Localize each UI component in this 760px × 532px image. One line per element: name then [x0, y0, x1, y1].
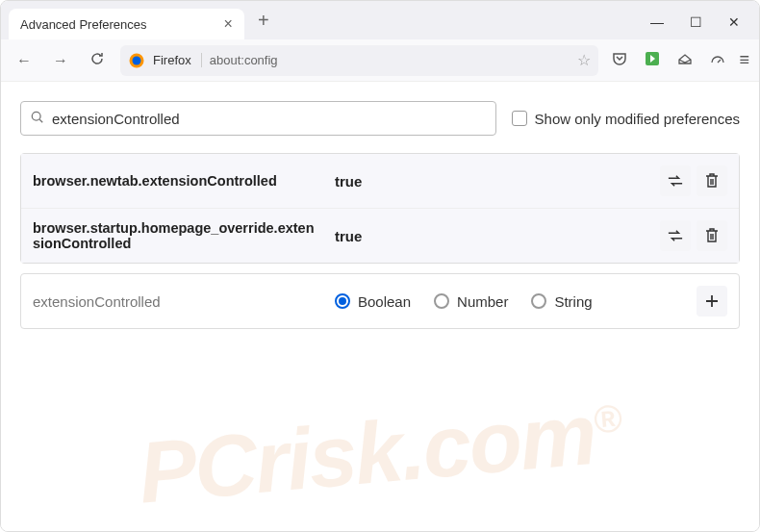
- add-button[interactable]: [697, 286, 727, 317]
- svg-point-3: [32, 112, 40, 120]
- minimize-button[interactable]: —: [647, 14, 667, 30]
- pref-name: browser.startup.homepage_override.extens…: [33, 220, 319, 251]
- pref-value: true: [335, 173, 645, 190]
- pref-value: true: [335, 228, 645, 244]
- show-modified-checkbox[interactable]: [512, 111, 527, 126]
- content-area: Show only modified preferences browser.n…: [1, 82, 759, 531]
- radio-input[interactable]: [434, 293, 449, 309]
- plus-icon: [705, 294, 719, 308]
- url-identity: Firefox: [153, 53, 202, 67]
- browser-tab[interactable]: Advanced Preferences ×: [9, 9, 244, 39]
- toolbar: ← → Firefox about:config ☆ ≡: [1, 39, 759, 82]
- radio-number[interactable]: Number: [434, 293, 508, 310]
- pref-row: browser.startup.homepage_override.extens…: [21, 209, 739, 263]
- new-pref-row: extensionControlled Boolean Number Strin…: [20, 273, 740, 329]
- svg-point-1: [133, 56, 141, 64]
- type-radio-group: Boolean Number String: [335, 293, 681, 310]
- back-button[interactable]: ←: [11, 48, 38, 73]
- new-tab-button[interactable]: +: [252, 10, 275, 32]
- show-modified-checkbox-group[interactable]: Show only modified preferences: [512, 111, 740, 127]
- extension-icon[interactable]: [641, 49, 664, 72]
- trash-icon: [705, 173, 719, 189]
- delete-button[interactable]: [697, 220, 727, 251]
- pref-row: browser.newtab.extensionControlled true: [21, 154, 739, 209]
- delete-button[interactable]: [697, 165, 727, 196]
- show-modified-label: Show only modified preferences: [535, 111, 740, 127]
- search-icon: [31, 111, 44, 127]
- window: Advanced Preferences × + — ☐ ✕ ← → Firef…: [0, 0, 760, 532]
- search-box[interactable]: [20, 101, 496, 136]
- new-pref-name: extensionControlled: [33, 293, 319, 310]
- radio-boolean[interactable]: Boolean: [335, 293, 411, 310]
- close-tab-icon[interactable]: ×: [224, 16, 233, 32]
- url-text: about:config: [210, 53, 570, 67]
- toggle-button[interactable]: [660, 220, 691, 251]
- toggle-button[interactable]: [660, 165, 691, 196]
- trash-icon: [705, 228, 719, 243]
- forward-button[interactable]: →: [47, 48, 74, 73]
- close-window-button[interactable]: ✕: [724, 14, 744, 30]
- reload-button[interactable]: [84, 47, 111, 74]
- radio-label: Boolean: [358, 293, 411, 310]
- maximize-button[interactable]: ☐: [686, 14, 705, 30]
- url-bar[interactable]: Firefox about:config ☆: [120, 45, 598, 76]
- search-row: Show only modified preferences: [20, 101, 740, 136]
- toggle-icon: [668, 174, 683, 188]
- pocket-icon[interactable]: [608, 49, 631, 72]
- radio-input[interactable]: [531, 293, 546, 309]
- watermark: PCrisk.com®: [135, 382, 625, 522]
- titlebar: Advanced Preferences × + — ☐ ✕: [1, 1, 759, 39]
- toggle-icon: [668, 229, 683, 242]
- bookmark-star-icon[interactable]: ☆: [577, 51, 591, 69]
- radio-label: String: [554, 293, 592, 310]
- dashboard-icon[interactable]: [706, 49, 729, 72]
- pref-actions: [660, 220, 727, 251]
- pref-table: browser.newtab.extensionControlled true …: [20, 153, 740, 264]
- svg-line-4: [39, 119, 42, 122]
- pref-name: browser.newtab.extensionControlled: [33, 173, 319, 189]
- radio-label: Number: [457, 293, 508, 310]
- inbox-icon[interactable]: [673, 49, 697, 72]
- search-input[interactable]: [52, 111, 486, 127]
- reload-icon: [89, 51, 105, 66]
- firefox-icon: [128, 52, 145, 69]
- pref-actions: [660, 165, 727, 196]
- tab-title: Advanced Preferences: [20, 17, 147, 32]
- menu-button[interactable]: ≡: [739, 50, 749, 70]
- radio-string[interactable]: String: [531, 293, 592, 310]
- window-controls: — ☐ ✕: [647, 14, 744, 30]
- radio-input[interactable]: [335, 293, 350, 309]
